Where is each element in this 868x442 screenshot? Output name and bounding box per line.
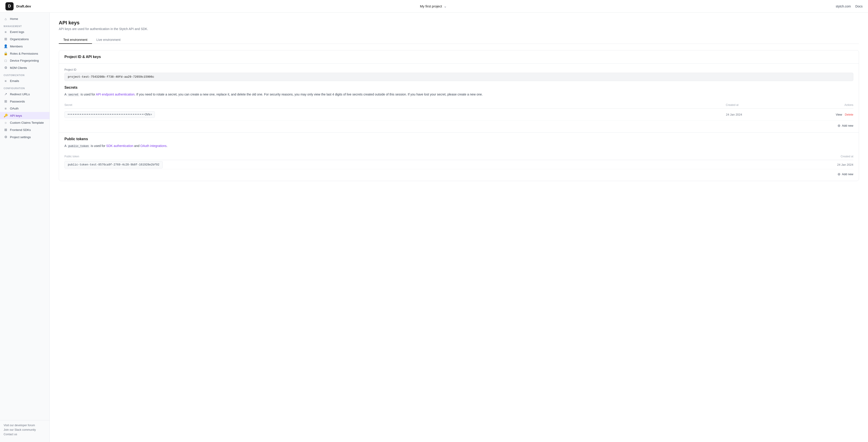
col-pt-created-at: Created at [742, 153, 853, 160]
sidebar-footer: Visit our developer forum Join our Slack… [0, 420, 50, 439]
frontend-sdks-icon: ⊠ [4, 128, 8, 132]
sidebar-item-event-logs[interactable]: ≡ Event logs [0, 28, 50, 35]
view-secret-button[interactable]: View [836, 113, 842, 116]
sidebar-item-passwords[interactable]: ⊞ Passwords [0, 98, 50, 105]
project-settings-icon: ⚙ [4, 135, 8, 139]
add-public-token-button[interactable]: ⊕ Add new [837, 172, 853, 176]
sidebar-item-frontend-sdks[interactable]: ⊠ Frontend SDKs [0, 126, 50, 133]
sidebar-item-custom-claims[interactable]: ○ Custom Claims Template [0, 119, 50, 126]
secret-actions: View Delete [742, 113, 853, 116]
management-label: MANAGEMENT [0, 22, 50, 28]
add-public-token-row: ⊕ Add new [64, 169, 853, 176]
api-endpoint-auth-link[interactable]: API endpoint authentication [96, 93, 134, 96]
secret-value-cell: ••••••••••••••••••••••••••••••••••••••••… [64, 109, 639, 121]
public-token-value: public-token-test-8576ca9f-2769-4c28-9b8… [64, 161, 163, 168]
stytch-link[interactable]: stytch.com [836, 4, 851, 8]
customization-label: CUSTOMIZATION [0, 71, 50, 77]
redirect-icon: ↗ [4, 92, 8, 96]
sidebar-item-members[interactable]: 👤 Members [0, 43, 50, 50]
home-icon: ⌂ [4, 17, 8, 21]
public-token-code-label: public_token [67, 144, 90, 148]
public-tokens-table: Public token Created at public-token-tes… [64, 153, 853, 169]
sidebar-item-api-keys[interactable]: 🔑 API keys [0, 112, 50, 119]
docs-link[interactable]: Docs [855, 4, 863, 8]
public-tokens-title: Public tokens [64, 137, 853, 141]
topbar-left: D Draft.dev [5, 2, 31, 10]
sidebar-item-emails[interactable]: ≡ Emails [0, 77, 50, 84]
public-token-value-cell: public-token-test-8576ca9f-2769-4c28-9b8… [64, 160, 742, 169]
contact-us-link[interactable]: Contact us [4, 432, 46, 437]
sidebar-item-home[interactable]: ⌂ Home [0, 15, 50, 22]
custom-claims-icon: ○ [4, 121, 8, 125]
add-secret-button[interactable]: ⊕ Add new [837, 124, 853, 128]
sidebar-item-oauth[interactable]: ≡ OAuth [0, 105, 50, 112]
sidebar: ⌂ Home MANAGEMENT ≡ Event logs ⊞ Organiz… [0, 13, 50, 442]
page-subtitle: API keys are used for authentication in … [59, 27, 859, 31]
members-icon: 👤 [4, 44, 8, 48]
public-token-created-at: 24 Jan 2024 [742, 160, 853, 169]
page-title: API keys [59, 20, 859, 26]
emails-icon: ≡ [4, 79, 8, 83]
passwords-icon: ⊞ [4, 99, 8, 103]
sidebar-item-device-fingerprinting[interactable]: □ Device Fingerprinting [0, 57, 50, 64]
sidebar-item-m2m-clients[interactable]: ⚙ M2M Clients [0, 64, 50, 71]
chevron-down-icon: ⌄ [444, 4, 447, 8]
configuration-label: CONFIGURATION [0, 84, 50, 91]
col-actions: Actions [742, 102, 853, 109]
api-keys-icon: 🔑 [4, 113, 8, 117]
table-row: public-token-test-8576ca9f-2769-4c28-9b8… [64, 160, 853, 169]
sidebar-item-redirect-urls[interactable]: ↗ Redirect URLs [0, 91, 50, 98]
event-logs-icon: ≡ [4, 30, 8, 34]
plus-icon-2: ⊕ [837, 172, 840, 176]
project-id-value: project-test-7543208b-f738-40fd-aa29-726… [64, 73, 853, 81]
secrets-subsection: Secrets A secret is used for API endpoin… [59, 86, 859, 132]
main-content: API keys API keys are used for authentic… [50, 13, 868, 442]
oauth-icon: ≡ [4, 107, 8, 110]
sidebar-item-roles-permissions[interactable]: 🔒 Roles & Permissions [0, 50, 50, 57]
tab-live-environment[interactable]: Live environment [92, 36, 125, 44]
project-selector[interactable]: My first project ⌄ [420, 4, 447, 8]
add-secret-row: ⊕ Add new [64, 121, 853, 128]
organizations-icon: ⊞ [4, 37, 8, 41]
secrets-title: Secrets [64, 86, 853, 90]
secrets-table: Secret Created at Actions ••••••••••••••… [64, 102, 853, 121]
brand-name: Draft.dev [16, 4, 31, 8]
oauth-integrations-link[interactable]: OAuth integrations [141, 144, 166, 148]
col-created-at: Created at [639, 102, 742, 109]
delete-secret-button[interactable]: Delete [845, 113, 853, 116]
topbar: D Draft.dev My first project ⌄ stytch.co… [0, 0, 868, 13]
plus-icon: ⊕ [837, 124, 840, 128]
slack-community-link[interactable]: Join our Slack community [4, 428, 46, 432]
sidebar-item-project-settings[interactable]: ⚙ Project settings [0, 133, 50, 141]
project-name: My first project [420, 4, 442, 8]
secret-created-at: 24 Jan 2024 [639, 109, 742, 121]
environment-tabs: Test environment Live environment [59, 36, 859, 44]
project-id-card-title: Project ID & API keys [64, 55, 853, 59]
secrets-description: A secret is used for API endpoint authen… [64, 92, 853, 97]
layout: ⌂ Home MANAGEMENT ≡ Event logs ⊞ Organiz… [0, 13, 868, 442]
sdk-auth-link[interactable]: SDK authentication [106, 144, 133, 148]
brand-logo: D [5, 2, 13, 10]
project-id-card-body: Project ID project-test-7543208b-f738-40… [59, 64, 859, 86]
project-id-card: Project ID & API keys Project ID project… [59, 50, 859, 181]
secret-code-label: secret [67, 93, 80, 97]
m2m-icon: ⚙ [4, 66, 8, 70]
table-row: ••••••••••••••••••••••••••••••••••••••••… [64, 109, 853, 121]
public-tokens-description: A public_token is used for SDK authentic… [64, 143, 853, 148]
roles-icon: 🔒 [4, 52, 8, 56]
developer-forum-link[interactable]: Visit our developer forum [4, 423, 46, 428]
project-id-label: Project ID [64, 68, 853, 71]
device-icon: □ [4, 59, 8, 63]
project-id-card-header: Project ID & API keys [59, 50, 859, 64]
secret-masked-value: ••••••••••••••••••••••••••••••••••••••••… [64, 111, 155, 118]
col-public-token: Public token [64, 153, 742, 160]
public-tokens-subsection: Public tokens A public_token is used for… [59, 132, 859, 181]
topbar-right: stytch.com Docs [836, 4, 863, 8]
tab-test-environment[interactable]: Test environment [59, 36, 92, 44]
sidebar-item-organizations[interactable]: ⊞ Organizations [0, 35, 50, 43]
col-secret: Secret [64, 102, 639, 109]
